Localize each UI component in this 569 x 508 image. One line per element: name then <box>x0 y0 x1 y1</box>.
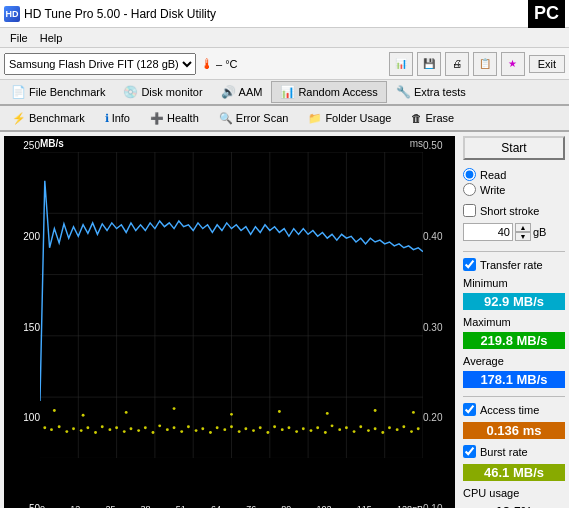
short-stroke-label: Short stroke <box>480 205 539 217</box>
menubar: File Help <box>0 28 569 48</box>
short-stroke-checkbox[interactable] <box>463 204 476 217</box>
svg-point-40 <box>216 426 219 429</box>
svg-point-74 <box>278 410 281 413</box>
unit-mbs: MB/s <box>40 138 64 149</box>
svg-point-26 <box>115 426 118 429</box>
spinbox-input[interactable] <box>463 223 513 241</box>
svg-point-55 <box>324 431 327 434</box>
burst-rate-checkbox[interactable] <box>463 445 476 458</box>
toolbar-btn-3[interactable]: 🖨 <box>445 52 469 76</box>
start-button[interactable]: Start <box>463 136 565 160</box>
x-76: 76 <box>246 504 256 508</box>
chart-svg <box>40 152 423 458</box>
access-time-checkbox-row: Access time <box>463 403 565 416</box>
spinbox-unit: gB <box>533 226 546 238</box>
x-89: 89 <box>281 504 291 508</box>
spin-down[interactable]: ▼ <box>515 232 531 241</box>
menu-file[interactable]: File <box>4 30 34 46</box>
svg-point-22 <box>86 426 89 429</box>
tab-info[interactable]: ℹ Info <box>95 109 140 128</box>
read-radio[interactable] <box>463 168 476 181</box>
tab-extra-tests[interactable]: 🔧 Extra tests <box>387 81 475 103</box>
svg-point-19 <box>65 430 68 433</box>
tab-random-access[interactable]: 📊 Random Access <box>271 81 386 103</box>
y-right-040: 0.40 <box>423 231 455 242</box>
write-label: Write <box>480 184 505 196</box>
tab-erase[interactable]: 🗑 Erase <box>401 109 464 127</box>
svg-point-33 <box>166 428 169 431</box>
svg-point-38 <box>201 427 204 430</box>
svg-point-48 <box>273 425 276 428</box>
spinbox-row: ▲ ▼ gB <box>463 223 565 241</box>
y-axis-right: 0.50 0.40 0.30 0.20 0.10 <box>423 136 455 508</box>
right-panel: Start Read Write Short stroke ▲ ▼ <box>459 132 569 508</box>
tab-file-benchmark[interactable]: 📄 File Benchmark <box>2 81 114 103</box>
error-scan-icon: 🔍 <box>219 112 233 125</box>
y-left-50: 50 <box>4 503 40 508</box>
x-128gb: 128gB <box>397 504 423 508</box>
tab-benchmark[interactable]: ⚡ Benchmark <box>2 109 95 128</box>
svg-point-43 <box>238 430 241 433</box>
svg-point-23 <box>94 431 97 434</box>
svg-point-41 <box>223 428 226 431</box>
tab-folder-usage[interactable]: 📁 Folder Usage <box>298 109 401 128</box>
minimum-value: 92.9 MB/s <box>463 293 565 310</box>
titlebar: HD HD Tune Pro 5.00 - Hard Disk Utility … <box>0 0 569 28</box>
exit-button[interactable]: Exit <box>529 55 565 73</box>
tab-random-access-label: Random Access <box>298 86 377 98</box>
nav-row-1: 📄 File Benchmark 💿 Disk monitor 🔊 AAM 📊 … <box>0 80 569 106</box>
svg-point-21 <box>80 429 83 432</box>
cpu-usage-value: 13.5% <box>463 503 565 508</box>
y-left-250: 250 <box>4 140 40 151</box>
toolbar-btn-1[interactable]: 📊 <box>389 52 413 76</box>
read-write-group: Read Write <box>463 168 565 196</box>
pc-badge: PC <box>528 0 565 28</box>
transfer-rate-checkbox[interactable] <box>463 258 476 271</box>
info-icon: ℹ <box>105 112 109 125</box>
tab-aam[interactable]: 🔊 AAM <box>212 81 272 103</box>
svg-point-77 <box>412 411 415 414</box>
toolbar-btn-2[interactable]: 💾 <box>417 52 441 76</box>
svg-point-46 <box>259 426 262 429</box>
tab-benchmark-label: Benchmark <box>29 112 85 124</box>
folder-usage-icon: 📁 <box>308 112 322 125</box>
tab-error-scan[interactable]: 🔍 Error Scan <box>209 109 299 128</box>
toolbar-btn-4[interactable]: 📋 <box>473 52 497 76</box>
tab-disk-monitor[interactable]: 💿 Disk monitor <box>114 81 211 103</box>
temperature-display: 🌡 – °C <box>200 56 238 72</box>
tab-health[interactable]: ➕ Health <box>140 109 209 128</box>
toolbar-btn-5[interactable]: ★ <box>501 52 525 76</box>
y-axis-left: 250 200 150 100 50 <box>4 136 40 508</box>
health-icon: ➕ <box>150 112 164 125</box>
benchmark-icon: ⚡ <box>12 112 26 125</box>
menu-help[interactable]: Help <box>34 30 69 46</box>
svg-point-61 <box>367 429 370 432</box>
y-right-020: 0.20 <box>423 412 455 423</box>
svg-point-63 <box>381 431 384 434</box>
svg-point-66 <box>402 425 405 428</box>
drive-select[interactable]: Samsung Flash Drive FIT (128 gB) <box>4 53 196 75</box>
svg-point-52 <box>302 427 305 430</box>
divider-1 <box>463 251 565 252</box>
y-left-200: 200 <box>4 231 40 242</box>
access-time-checkbox[interactable] <box>463 403 476 416</box>
app-icon: HD <box>4 6 20 22</box>
svg-point-51 <box>295 430 298 433</box>
y-left-100: 100 <box>4 412 40 423</box>
read-radio-row: Read <box>463 168 565 181</box>
tab-erase-label: Erase <box>425 112 454 124</box>
svg-point-42 <box>230 425 233 428</box>
svg-point-72 <box>173 407 176 410</box>
svg-point-57 <box>338 428 341 431</box>
nav-row-2: ⚡ Benchmark ℹ Info ➕ Health 🔍 Error Scan… <box>0 106 569 132</box>
svg-point-76 <box>374 409 377 412</box>
transfer-rate-label: Transfer rate <box>480 259 543 271</box>
write-radio[interactable] <box>463 183 476 196</box>
x-51: 51 <box>176 504 186 508</box>
unit-ms: ms <box>410 138 423 149</box>
spin-up[interactable]: ▲ <box>515 223 531 232</box>
svg-point-53 <box>310 429 313 432</box>
average-label: Average <box>463 355 565 367</box>
minimum-label: Minimum <box>463 277 565 289</box>
access-time-label: Access time <box>480 404 539 416</box>
